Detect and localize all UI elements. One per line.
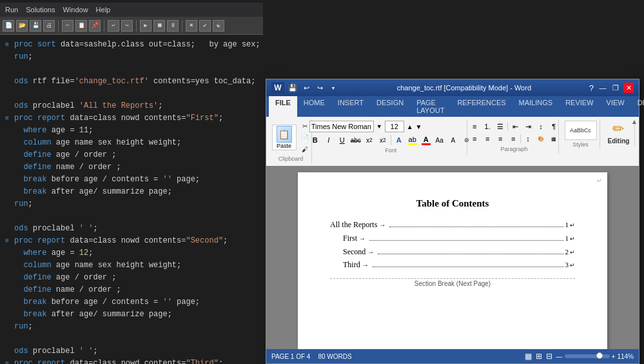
tab-file[interactable]: FILE [269,96,297,117]
tab-view[interactable]: VIEW [600,96,631,117]
toolbar-btn-15[interactable]: ☯ [213,20,224,32]
toc-page-third: 3 [565,260,569,270]
bold-btn[interactable]: B [309,134,321,146]
styles-preview[interactable]: AaBbCc [565,121,597,140]
view-icon-1[interactable]: ▦ [525,352,532,361]
code-line-9: column age name sex height weight; [5,137,258,149]
toolbar-btn-13[interactable]: ✖ [186,20,197,32]
tab-home[interactable]: HOME [297,96,331,117]
zoom-in-btn[interactable]: + [612,353,616,360]
cut-btn[interactable]: ✂ [300,121,310,131]
toolbar-btn-2[interactable]: 📂 [16,20,28,32]
font-format-row: B I U abc x2 x2 A ab [309,134,473,146]
line-content-2: run; [14,51,258,63]
toolbar-btn-12[interactable]: ⏸ [167,20,179,32]
underline-btn[interactable]: U [337,134,348,146]
menu-window[interactable]: Window [63,6,88,14]
word-minimize-btn[interactable]: — [598,83,608,93]
code-line-23: break after age/ summarize page; [5,308,258,321]
tab-mailings[interactable]: MAILINGS [512,96,560,117]
code-line-14: run; [5,198,258,210]
copy-btn[interactable]: 📄 [300,132,310,143]
zoom-out-btn[interactable]: — [556,353,563,360]
font-color-btn[interactable]: A [420,134,432,146]
borders-btn[interactable]: ▦ [548,133,560,145]
word-help-btn[interactable]: ? [589,83,594,93]
qat-redo-btn[interactable]: ↪ [314,82,326,94]
toolbar-btn-7[interactable]: 📌 [89,20,101,32]
code-line-3 [5,63,258,76]
page-info: PAGE 1 OF 4 [271,353,310,360]
toolbar-btn-1[interactable]: 📄 [3,20,14,32]
toolbar-btn-3[interactable]: 💾 [30,20,41,32]
toc-dots-4 [373,259,563,267]
bullets-btn[interactable]: ≡ [469,121,480,132]
toc-arrow-1: → [379,221,385,230]
format-painter-btn[interactable]: 🖌 [300,144,310,154]
qat-undo-btn[interactable]: ↩ [300,82,312,94]
menu-solutions[interactable]: Solutions [26,6,55,14]
zoom-slider[interactable] [565,354,610,358]
align-right-btn[interactable]: ≡ [494,133,506,145]
line-spacing-btn[interactable]: ↕ [522,133,534,145]
menu-help[interactable]: Help [96,6,111,14]
word-document-area[interactable]: ↵ Table of Contents All the Reports → 1 … [266,166,639,349]
ribbon-collapse-btn[interactable]: ▲ [631,118,638,125]
editing-label: Editing [608,137,630,145]
tab-review[interactable]: REVIEW [559,96,600,117]
numbering-btn[interactable]: 1. [482,121,493,132]
toolbar-btn-6[interactable]: 📋 [75,20,87,32]
page-corner-marker: ↵ [597,177,602,184]
code-line-8: where age = 11; [5,125,258,137]
color-indicator [422,143,431,145]
font-size-up[interactable]: ▲ [407,123,413,130]
font-name-input[interactable] [309,121,374,132]
toolbar-btn-8[interactable]: ↩ [108,20,119,32]
view-icon-2[interactable]: ⊞ [536,352,542,361]
sas-menubar[interactable]: Run Solutions Window Help [0,3,263,17]
strikethrough-text: abc [351,137,361,144]
font-aa-btn[interactable]: Aa [434,134,445,146]
increase-indent-btn[interactable]: ⇥ [522,121,534,132]
show-hide-btn[interactable]: ¶ [548,121,560,132]
word-close-btn[interactable]: ✕ [623,83,634,93]
toolbar-btn-5[interactable]: ✂ [62,20,73,32]
view-icon-3[interactable]: ⊟ [546,352,552,361]
editing-btn[interactable]: ✏ Editing [608,121,630,145]
paste-button[interactable]: 📋 Paste [272,125,297,150]
toolbar-btn-10[interactable]: ▶ [140,20,151,32]
justify-btn[interactable]: ≡ [507,133,519,145]
toolbar-btn-4[interactable]: 🖨 [43,20,55,32]
italic-btn[interactable]: I [323,134,335,146]
font-size-input[interactable] [385,121,404,132]
subscript-btn[interactable]: x2 [364,134,375,146]
align-center-btn[interactable]: ≡ [482,133,493,145]
font-a-small-btn[interactable]: A [447,134,459,146]
qat-save-btn[interactable]: 💾 [287,82,298,94]
tab-references[interactable]: REFERENCES [451,96,512,117]
font-size-dropdown[interactable]: ▼ [376,123,382,130]
word-ribbon-tabs: FILE HOME INSERT DESIGN PAGE LAYOUT REFE… [266,96,639,117]
tab-developer[interactable]: DEVELOPER [631,96,644,117]
toolbar-btn-14[interactable]: ✔ [199,20,211,32]
toolbar-btn-11[interactable]: ⏹ [153,20,165,32]
text-effects-btn[interactable]: A [393,134,405,146]
font-size-down[interactable]: ▼ [416,123,422,130]
tab-page-layout[interactable]: PAGE LAYOUT [410,96,451,117]
strikethrough-btn[interactable]: abc [350,134,362,146]
decrease-indent-btn[interactable]: ⇤ [509,121,521,132]
status-right: ▦ ⊞ ⊟ — + 114% [525,352,634,361]
sort-btn[interactable]: ↕ [535,121,547,132]
multilevel-btn[interactable]: ☰ [494,121,506,132]
shading-btn[interactable]: 🎨 [535,133,547,145]
toc-pilcrow-2: ↵ [570,235,575,243]
toolbar-btn-9[interactable]: ↪ [121,20,133,32]
word-restore-btn[interactable]: ❐ [610,83,621,93]
menu-run[interactable]: Run [5,6,18,14]
tab-design[interactable]: DESIGN [370,96,410,117]
superscript-btn[interactable]: x2 [377,134,389,146]
highlight-btn[interactable]: ab [407,134,418,146]
qat-dropdown-btn[interactable]: ▼ [327,82,339,94]
align-left-btn[interactable]: ≡ [469,133,480,145]
tab-insert[interactable]: INSERT [331,96,370,117]
